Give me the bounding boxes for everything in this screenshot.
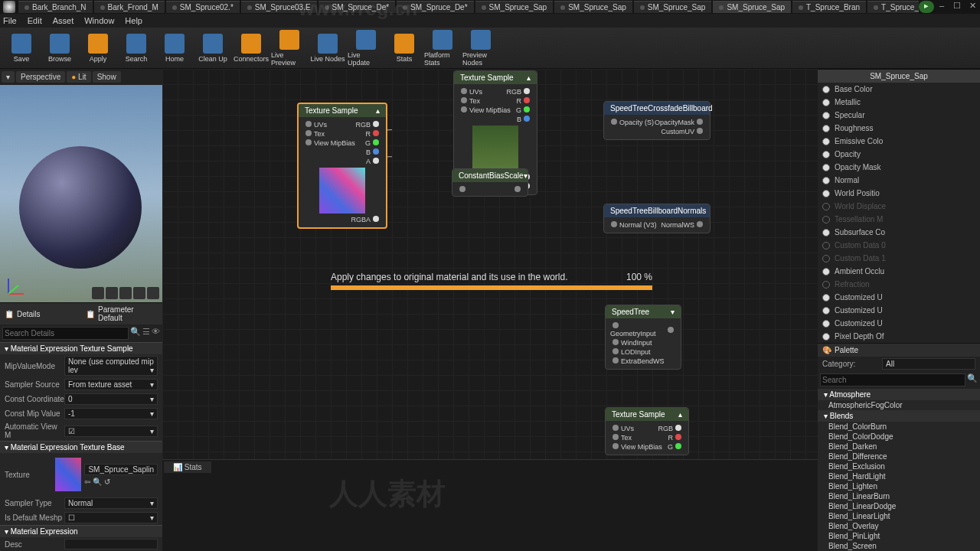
show-button[interactable]: Show: [93, 71, 121, 83]
palette-item[interactable]: Blend_Difference: [818, 452, 980, 461]
material-pin[interactable]: Normal: [818, 174, 980, 187]
use-selected-icon[interactable]: ⇦: [84, 478, 90, 486]
material-pin[interactable]: Emissive Colo: [818, 135, 980, 148]
material-pin[interactable]: Specular: [818, 109, 980, 122]
desc-input[interactable]: [64, 539, 158, 549]
palette-item[interactable]: Blend_Lighten: [818, 481, 980, 491]
home-button[interactable]: Home: [156, 29, 193, 67]
material-pin[interactable]: Customized U: [818, 304, 980, 317]
live-nodes-button[interactable]: Live Nodes: [309, 29, 346, 67]
texture-picker[interactable]: SM_Spruce_Saplin: [84, 464, 158, 475]
palette-item[interactable]: Blend_LinearDodge: [818, 501, 980, 511]
details-search-input[interactable]: [2, 327, 129, 340]
editor-tab[interactable]: SM_Spruce03.E: [241, 1, 317, 13]
prop-value[interactable]: -1 ▾: [64, 408, 158, 419]
preview-viewport[interactable]: [0, 85, 162, 302]
editor-tab[interactable]: SM_Spruce_Sap: [713, 1, 791, 13]
platform-stats-button[interactable]: Platform Stats: [424, 29, 461, 67]
palette-category[interactable]: ▾ Blends: [818, 410, 980, 422]
material-pin[interactable]: Pixel Depth Of: [818, 330, 980, 343]
viewport-shape-buttons[interactable]: [92, 287, 159, 299]
node-speedtree-normals[interactable]: SpeedTreeBillboardNormals Normal (V3)Nor…: [603, 204, 710, 233]
editor-tab[interactable]: T_Spruce_Fron: [867, 1, 919, 13]
connectors-button[interactable]: Connectors: [233, 29, 270, 67]
material-pin[interactable]: Customized U: [818, 291, 980, 304]
material-pin[interactable]: Opacity: [818, 148, 980, 161]
material-pin[interactable]: Ambient Occlu: [818, 265, 980, 278]
node-speedtree-crossfade[interactable]: SpeedTreeCrossfadeBillboard Opacity (S)O…: [603, 101, 710, 140]
preview-nodes-button[interactable]: Preview Nodes: [462, 29, 499, 67]
filter-icon[interactable]: ☰: [142, 327, 150, 340]
palette-item[interactable]: Blend_ColorBurn: [818, 422, 980, 432]
section-header[interactable]: ▾ Material Expression Texture Base: [0, 441, 162, 453]
material-pin[interactable]: Custom Data 1: [818, 252, 980, 265]
palette-item[interactable]: Blend_LinearLight: [818, 511, 980, 521]
material-pin[interactable]: Roughness: [818, 122, 980, 135]
node-texture-sample-selected[interactable]: Texture Sample▴ UVsRGB TexR View MipBias…: [297, 103, 387, 229]
texture-thumbnail[interactable]: [55, 458, 82, 491]
material-pin[interactable]: Customized U: [818, 317, 980, 330]
editor-tab[interactable]: SM_Spruce_Sap: [634, 1, 712, 13]
browse-icon[interactable]: 🔍: [93, 478, 102, 486]
editor-tab[interactable]: SM_Spruce_De*: [318, 1, 395, 13]
browse-button[interactable]: Browse: [41, 29, 78, 67]
material-graph[interactable]: Texture Sample▴ UVsRGB TexR View MipBias…: [162, 69, 818, 551]
menu-item[interactable]: Window: [84, 16, 114, 25]
palette-search-input[interactable]: [820, 373, 965, 386]
search-button[interactable]: Search: [118, 29, 155, 67]
material-pin[interactable]: Subsurface Co: [818, 226, 980, 239]
material-pin[interactable]: Opacity Mask: [818, 161, 980, 174]
palette-item[interactable]: Blend_Darken: [818, 442, 980, 452]
material-pin[interactable]: Custom Data 0: [818, 239, 980, 252]
node-constant-bias-scale[interactable]: ConstantBiasScale▾: [452, 168, 528, 197]
save-button[interactable]: Save: [3, 29, 40, 67]
play-icon[interactable]: ▸: [919, 1, 934, 13]
eye-icon[interactable]: 👁: [152, 327, 160, 340]
minimize-icon[interactable]: –: [934, 1, 949, 13]
close-icon[interactable]: ✕: [965, 1, 980, 13]
parameter-defaults-tab[interactable]: 📋 Parameter Default: [81, 302, 162, 324]
material-pin[interactable]: Tessellation M: [818, 213, 980, 226]
node-texture-sample[interactable]: Texture Sample▴ UVsRGB TexR View MipBias…: [605, 407, 689, 455]
section-header[interactable]: ▾ Material Expression: [0, 525, 162, 537]
editor-tab[interactable]: SM_Spruce_Sap: [475, 1, 554, 13]
menu-item[interactable]: File: [3, 16, 17, 25]
palette-item[interactable]: Blend_Screen: [818, 541, 980, 551]
palette-category[interactable]: ▾ Atmosphere: [818, 389, 980, 400]
menu-item[interactable]: Edit: [28, 16, 42, 25]
maximize-icon[interactable]: ☐: [949, 1, 965, 13]
prop-value[interactable]: From texture asset ▾: [64, 379, 158, 390]
node-speedtree[interactable]: SpeedTree▾ GeometryInput WindInput LODIn…: [605, 305, 681, 370]
prop-value[interactable]: ☐ ▾: [64, 512, 158, 523]
prop-value[interactable]: 0 ▾: [64, 393, 158, 405]
prop-value[interactable]: None (use computed mip lev ▾: [64, 356, 158, 376]
stats-tab[interactable]: 📊 Stats: [164, 461, 211, 473]
reset-icon[interactable]: ↺: [104, 478, 110, 486]
editor-tab[interactable]: Bark_Branch_N: [18, 1, 93, 13]
palette-item[interactable]: Blend_Overlay: [818, 521, 980, 531]
material-pin[interactable]: Base Color: [818, 83, 980, 96]
section-header[interactable]: ▾ Material Expression Texture Sample: [0, 342, 162, 354]
editor-tab[interactable]: SM_Spruce02.*: [166, 1, 240, 13]
prop-value[interactable]: Normal ▾: [64, 497, 158, 509]
palette-item[interactable]: Blend_HardLight: [818, 471, 980, 481]
search-icon[interactable]: 🔍: [967, 373, 978, 386]
search-icon[interactable]: 🔍: [130, 327, 141, 340]
editor-tab[interactable]: SM_Spruce_Sap: [554, 1, 632, 13]
palette-item[interactable]: Blend_Exclusion: [818, 461, 980, 471]
live-update-button[interactable]: Live Update: [348, 29, 384, 67]
material-pin[interactable]: Refraction: [818, 278, 980, 291]
live-preview-button[interactable]: Live Preview: [271, 29, 308, 67]
details-tab[interactable]: 📋 Details: [0, 302, 81, 324]
material-pin[interactable]: World Displace: [818, 200, 980, 213]
palette-item[interactable]: Blend_LinearBurn: [818, 491, 980, 501]
collapse-icon[interactable]: ▴: [527, 73, 531, 82]
editor-tab[interactable]: SM_Spruce_De*: [397, 1, 473, 13]
prop-value[interactable]: ☑ ▾: [64, 425, 158, 437]
editor-tab[interactable]: Bark_Frond_M: [94, 1, 165, 13]
lit-button[interactable]: ● Lit: [67, 71, 90, 83]
editor-tab[interactable]: T_Spruce_Bran: [792, 1, 866, 13]
apply-button[interactable]: Apply: [80, 29, 116, 67]
material-pin[interactable]: Metallic: [818, 96, 980, 109]
collapse-icon[interactable]: ▴: [376, 106, 380, 115]
